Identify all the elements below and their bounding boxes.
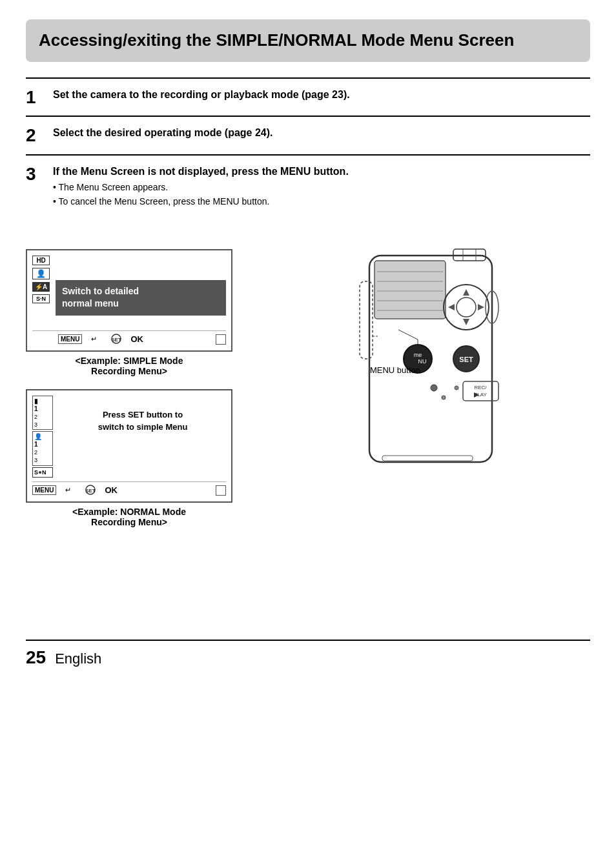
svg-marker-15 [448, 304, 455, 310]
simple-mode-diagram: HD 👤 ⚡A S·N Switch to detailednormal men… [26, 230, 232, 376]
page-language: English [55, 651, 101, 667]
normal-screen-text: Press SET button toswitch to simple Menu [53, 396, 226, 434]
svg-point-26 [431, 385, 437, 391]
step-3-sub-2: To cancel the Menu Screen, press the MEN… [53, 194, 349, 208]
step-1-text: Set the camera to the recording or playb… [53, 86, 350, 101]
face-icon: 👤 [32, 268, 50, 279]
step-3-sub-1: The Menu Screen appears. [53, 180, 349, 194]
flash-icon: ⚡A [32, 282, 50, 292]
hd-icon: HD [32, 256, 50, 265]
sn-bottom-badge: SN [32, 467, 53, 478]
checkbox-normal [216, 485, 226, 496]
left-diagrams: HD 👤 ⚡A S·N Switch to detailednormal men… [26, 230, 232, 527]
svg-line-37 [398, 330, 418, 339]
sn-icon-simple: S·N [32, 294, 50, 303]
page-title-box: Accessing/exiting the SIMPLE/NORMAL Mode… [26, 19, 590, 62]
diagram-area: HD 👤 ⚡A S·N Switch to detailednormal men… [26, 230, 590, 614]
step-2: 2 Select the desired operating mode (pag… [26, 116, 590, 154]
svg-rect-33 [382, 456, 473, 461]
arrow-icon-simple: ↵ [91, 335, 97, 343]
num-2b: 2 [34, 449, 51, 456]
svg-text:NU: NU [418, 358, 427, 365]
svg-text:SET: SET [86, 488, 96, 494]
step-3: 3 If the Menu Screen is not displayed, p… [26, 154, 590, 217]
menu-button-label: MENU button [370, 365, 420, 375]
page-number: 25 [26, 647, 46, 668]
page-title: Accessing/exiting the SIMPLE/NORMAL Mode… [39, 30, 577, 52]
num-3b: 3 [34, 457, 51, 464]
svg-text:me: me [414, 352, 422, 358]
checkbox-simple [216, 334, 226, 345]
camera-area: SET me NU REC/ PLAY [252, 230, 590, 614]
step-3-number: 3 [26, 163, 45, 185]
num-1b: 1 [34, 441, 51, 449]
step-3-sub: The Menu Screen appears. To cancel the M… [53, 180, 349, 209]
menu-icon-simple: MENU [58, 334, 82, 344]
ok-label-simple: OK [130, 334, 143, 344]
set-icon-simple: SET [111, 334, 121, 345]
svg-marker-14 [463, 319, 469, 325]
step-1-number: 1 [26, 86, 45, 108]
normal-screen-footer: MENU ↵ SET OK [32, 481, 226, 496]
set-icon-normal: SET [85, 485, 96, 496]
normal-mode-diagram: ▮ 1 2 3 👤 1 2 3 SN [26, 389, 232, 527]
normal-screen: ▮ 1 2 3 👤 1 2 3 SN [26, 389, 232, 503]
icon-person: 👤 [34, 433, 51, 440]
svg-point-27 [455, 386, 458, 390]
num-1: 1 [34, 405, 51, 413]
step-2-number: 2 [26, 125, 45, 146]
svg-marker-16 [478, 304, 484, 310]
simple-screen-icons: HD 👤 ⚡A S·N [32, 256, 50, 303]
simple-screen-footer: MENU ↵ SET OK [32, 330, 226, 345]
step-2-text: Select the desired operating mode (page … [53, 125, 273, 139]
icon-film: ▮ [34, 398, 51, 405]
svg-rect-32 [360, 281, 373, 359]
svg-marker-13 [463, 289, 469, 296]
simple-caption: <Example: SIMPLE ModeRecording Menu> [26, 356, 232, 376]
camera-illustration: SET me NU REC/ PLAY [318, 230, 524, 604]
simple-screen: HD 👤 ⚡A S·N Switch to detailednormal men… [26, 249, 232, 352]
svg-text:SET: SET [112, 337, 122, 343]
menu-icon-normal: MENU [32, 485, 56, 495]
normal-screen-left-icons: ▮ 1 2 3 👤 1 2 3 SN [32, 396, 53, 478]
arrow-icon-normal: ↵ [65, 486, 71, 494]
svg-text:SET: SET [459, 356, 473, 363]
svg-point-12 [457, 298, 476, 317]
page-footer: 25 English [26, 640, 590, 668]
step-1: 1 Set the camera to the recording or pla… [26, 77, 590, 116]
normal-caption: <Example: NORMAL ModeRecording Menu> [26, 507, 232, 527]
step-3-text: If the Menu Screen is not displayed, pre… [53, 163, 349, 177]
svg-text:REC/: REC/ [474, 385, 487, 390]
simple-screen-highlighted: Switch to detailednormal menu [56, 280, 226, 316]
num-2a: 2 [34, 414, 51, 421]
num-group-1: ▮ 1 2 3 [32, 396, 53, 430]
ok-label-normal: OK [105, 485, 118, 495]
num-3a: 3 [34, 421, 51, 429]
svg-point-28 [442, 396, 446, 399]
num-group-2: 👤 1 2 3 [32, 431, 53, 466]
camera-label-text: MENU button [370, 365, 420, 375]
